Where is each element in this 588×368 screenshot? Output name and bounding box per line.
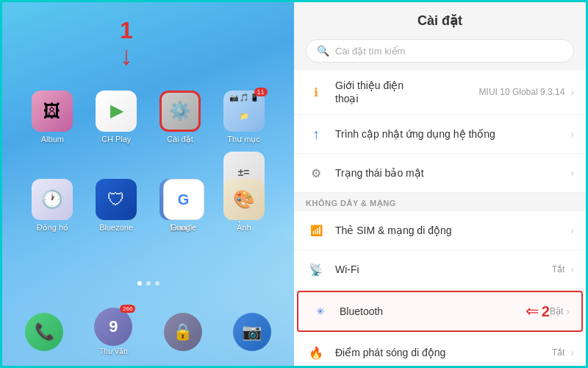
dock-label-messages: Thư Vắn [99,347,128,355]
app-icon-bluezone[interactable]: 🛡 [96,179,137,220]
step1-down-arrow: ↓ [120,40,133,71]
app-icon-google[interactable]: G [163,179,204,220]
app-item-bluezone[interactable]: 🛡 Bluezone [88,179,145,233]
step1-indicator: 1 ↓ [120,17,133,71]
settings-text-update: Trình cập nhật ứng dụng hệ thống [335,127,570,141]
search-bar[interactable]: 🔍 Cài đặt tìm kiếm [306,39,574,63]
app-label-folder: Thư mục [227,135,260,144]
chevron-icon-bluetooth: › [566,305,570,317]
app-item-google[interactable]: G Google [163,179,204,232]
settings-panel: Cài đặt 🔍 Cài đặt tìm kiếm ℹ Giới thiệu … [294,2,586,368]
chevron-icon-update: › [570,128,574,140]
settings-item-sim[interactable]: 📶 Thẻ SIM & mạng di động › [294,211,586,250]
app-label-chplay: CH Play [101,135,131,144]
settings-value-wifi: Tắt [552,264,565,275]
dock-icon-messages[interactable]: 9 266 [94,308,132,346]
app-icon-photos[interactable]: 🎨 [223,179,265,220]
settings-label-hotspot: Điểm phát sóng di động [335,346,552,359]
settings-text-wifi: Wi-Fi [335,263,552,276]
dot-2 [146,281,151,286]
settings-icon-wifi: 📡 [306,259,326,280]
app-label-settings: Cài đặt [167,135,193,144]
settings-icon-intro: ℹ [306,82,326,102]
chevron-icon-security: › [570,167,574,179]
settings-header: Cài đặt [294,2,586,35]
settings-item-wifi[interactable]: 📡 Wi-Fi Tắt › [294,250,586,289]
app-item-folder[interactable]: 📷🎵📱📁 11 Thư mục [215,91,272,144]
settings-icon-bluetooth: ✳ [310,301,331,322]
phone-home-screen: 1 ↓ 🖼 Album ▶ CH Play ⚙️ Cài đặt 📷🎵📱📁 11… [2,2,294,368]
settings-icon-sim: 📶 [306,220,326,241]
chevron-icon-intro: › [570,86,574,98]
settings-item-intro[interactable]: ℹ Giới thiệu điệnthoại MIUI 10 Global 9.… [294,70,586,115]
app-label-clock: Đồng hồ [37,223,68,233]
app-label-google: Google [171,223,196,232]
settings-icon-security: ⚙ [306,163,326,183]
settings-value-bluetooth: Bật [550,306,563,316]
settings-item-bluetooth[interactable]: ✳ Bluetooth ⇐ 2 Bật › [297,291,583,332]
settings-text-intro: Giới thiệu điệnthoại [335,79,479,105]
app-icon-settings[interactable]: ⚙️ [159,91,201,132]
dock-item-messages[interactable]: 9 266 Thư Vắn [94,308,132,355]
settings-label-security: Trạng thái bảo mật [335,166,570,180]
chevron-icon-hotspot: › [570,347,574,358]
bottom-dock: 📞 9 266 Thư Vắn 🔒 📷 [10,308,287,355]
folder-badge: 11 [254,88,268,96]
dot-1 [137,281,142,286]
settings-text-security: Trạng thái bảo mật [335,166,570,180]
settings-label-sim: Thẻ SIM & mạng di động [335,224,570,237]
app-icon-album[interactable]: 🖼 [32,91,73,132]
dock-icon-camera[interactable]: 📷 [233,313,271,351]
settings-item-update[interactable]: ↑ Trình cập nhật ứng dụng hệ thống › [294,115,586,154]
search-icon: 🔍 [317,45,329,57]
settings-item-hotspot[interactable]: 🔥 Điểm phát sóng di động Tắt › [294,333,586,368]
chevron-icon-wifi: › [570,263,574,275]
app-icon-chplay[interactable]: ▶ [96,91,137,132]
dock-item-phone[interactable]: 📞 [25,313,63,351]
settings-text-bluetooth: Bluetooth [340,305,526,318]
dock-icon-phone[interactable]: 📞 [25,313,63,351]
dock-icon-lock[interactable]: 🔒 [164,313,202,351]
app-label-bluezone: Bluezone [99,223,133,232]
settings-title: Cài đặt [417,13,462,28]
app-item-album[interactable]: 🖼 Album [24,91,81,144]
app-icon-folder[interactable]: 📷🎵📱📁 11 [223,91,265,132]
dock-item-lock[interactable]: 🔒 [164,313,202,351]
app-item-chplay[interactable]: ▶ CH Play [88,91,145,144]
section-header-network: KHÔNG DÂY & MẠNG [294,193,586,211]
settings-list: ℹ Giới thiệu điệnthoại MIUI 10 Global 9.… [294,70,586,368]
page-dots [2,281,294,286]
app-label-album: Album [41,135,64,144]
search-placeholder: Cài đặt tìm kiếm [335,46,405,57]
settings-label-wifi: Wi-Fi [335,263,552,276]
settings-value-intro: MIUI 10 Global 9.3.14 [479,87,565,97]
settings-label-bluetooth: Bluetooth [340,305,526,318]
settings-text-hotspot: Điểm phát sóng di động [335,346,552,359]
settings-icon-hotspot: 🔥 [306,342,326,363]
step2-number: 2 [542,303,550,320]
app-item-clock[interactable]: 🕐 Đồng hồ [24,179,81,233]
settings-value-hotspot: Tắt [552,347,565,358]
settings-icon-update: ↑ [306,124,326,144]
app-icon-clock[interactable]: 🕐 [32,179,73,220]
app-item-settings[interactable]: ⚙️ Cài đặt [152,91,209,144]
dock-item-camera[interactable]: 📷 [233,313,271,351]
chevron-icon-sim: › [570,224,574,236]
step2-indicator: ⇐ 2 [526,302,550,321]
settings-label-intro: Giới thiệu điệnthoại [335,79,479,105]
step2-left-arrow: ⇐ [526,302,539,321]
settings-item-security[interactable]: ⚙ Trạng thái bảo mật › [294,154,586,193]
app-label-photos: Ảnh [237,223,251,233]
app-grid-row2: 🕐 Đồng hồ 🛡 Bluezone ✉ Email 🎨 Ảnh G Goo… [17,179,279,233]
settings-label-update: Trình cập nhật ứng dụng hệ thống [335,127,570,141]
messages-badge: 266 [120,305,135,313]
settings-text-sim: Thẻ SIM & mạng di động [335,224,570,237]
app-item-photos[interactable]: 🎨 Ảnh [215,179,272,233]
dot-3 [155,281,159,286]
